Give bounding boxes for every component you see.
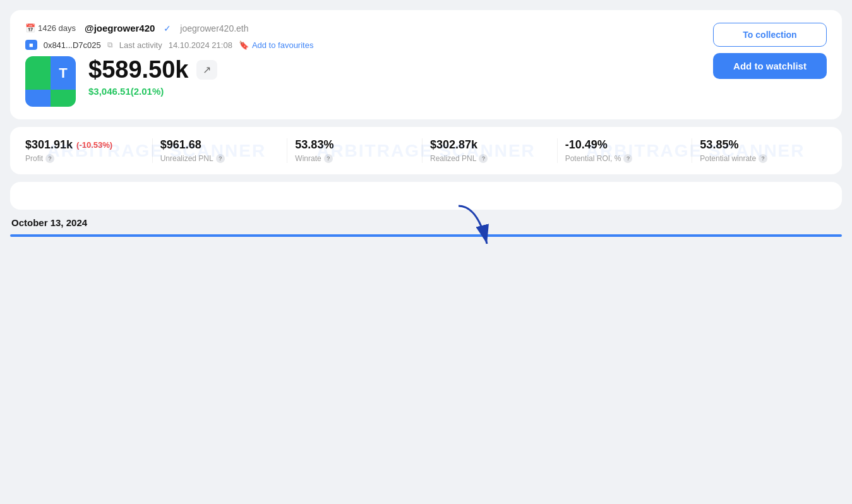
to-collection-button[interactable]: To collection <box>713 23 827 47</box>
stat-profit: $301.91k (-10.53%) Profit ? <box>25 138 153 163</box>
copy-address-icon[interactable]: ⧉ <box>107 40 113 49</box>
balance-value: $589.50k <box>88 56 189 83</box>
stat-winrate: 53.83% Winrate ? <box>287 138 423 163</box>
verified-icon: ✓ <box>164 23 171 33</box>
calendar-icon: 📅 <box>25 23 35 33</box>
profit-help-icon[interactable]: ? <box>45 154 54 163</box>
wallet-address: 0x841...D7c025 <box>44 40 101 50</box>
unrealized-pnl-help-icon[interactable]: ? <box>216 154 225 163</box>
stat-unrealized-pnl: $961.68 Unrealized PNL ? <box>153 138 288 163</box>
tags-section <box>10 182 842 210</box>
last-activity-date: 14.10.2024 21:08 <box>169 40 232 50</box>
stat-potential-roi: -10.49% Potential ROI, % ? <box>558 138 693 163</box>
last-activity-label: Last activity <box>119 40 162 50</box>
transactions-container <box>10 234 842 237</box>
user-avatar: T <box>25 56 76 107</box>
potential-roi-help-icon[interactable]: ? <box>623 154 632 163</box>
eth-name: joegrower420.eth <box>180 23 248 33</box>
winrate-help-icon[interactable]: ? <box>324 154 333 163</box>
balance-change: $3,046.51(2.01%) <box>88 86 164 97</box>
potential-winrate-help-icon[interactable]: ? <box>759 154 767 163</box>
share-icon: ↗ <box>203 64 211 75</box>
username: @joegrower420 <box>85 23 155 33</box>
add-to-watchlist-button[interactable]: Add to watchlist <box>713 53 827 79</box>
share-button[interactable]: ↗ <box>196 60 217 80</box>
arrow-indicator <box>440 203 503 253</box>
realized-pnl-help-icon[interactable]: ? <box>479 154 488 163</box>
transactions-list <box>10 234 842 237</box>
stat-potential-winrate: 53.85% Potential winrate ? <box>692 138 827 163</box>
stat-realized-pnl: $302.87k Realized PNL ? <box>423 138 558 163</box>
stats-row: $301.91k (-10.53%) Profit ? $961.68 Unre… <box>25 138 827 163</box>
days-count: 1426 days <box>38 23 76 33</box>
add-favourites-button[interactable]: 🔖 Add to favourites <box>239 40 314 50</box>
address-badge: ■ <box>25 40 37 50</box>
bookmark-icon: 🔖 <box>239 40 249 50</box>
date-header: October 13, 2024 <box>10 217 842 228</box>
